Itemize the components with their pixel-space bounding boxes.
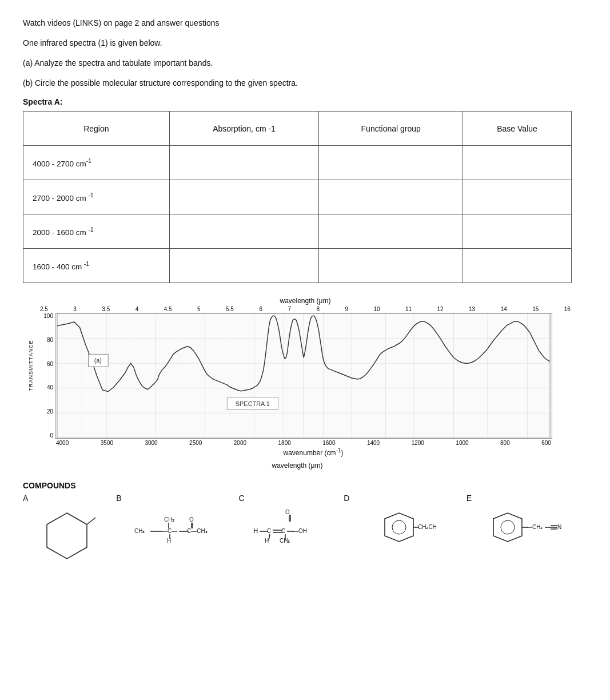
spectra-a-label: (a): [94, 357, 102, 364]
svg-line-25: [87, 518, 95, 524]
compound-d-structure: CH₂CH₂OH: [362, 507, 436, 564]
instruction-line3: (a) Analyze the spectra and tabulate imp…: [23, 57, 587, 69]
spectra-table: Region Absorption, cm -1 Functional grou…: [23, 111, 572, 283]
compounds-section: COMPOUNDS A OH B CH₃ —C—: [23, 481, 587, 570]
compound-c-structure: O H C C —OH H CH₃: [251, 507, 320, 564]
ir-spectrum-chart: (a) SPECTRA 1: [55, 313, 552, 439]
compounds-title: COMPOUNDS: [23, 481, 587, 490]
region-3: 2000 - 1600 cm -1: [23, 214, 170, 249]
functional-group-2: [319, 180, 463, 214]
compound-e: E —CH₂ N: [461, 494, 583, 564]
spectra-1-label: SPECTRA 1: [236, 400, 270, 407]
svg-point-59: [501, 520, 515, 534]
absorption-3: [169, 214, 319, 249]
functional-group-3: [319, 214, 463, 249]
chart-wavelength-top-label: wavelength (μm): [39, 297, 572, 305]
svg-text:—CH₂: —CH₂: [527, 524, 543, 530]
compound-e-structure: —CH₂ N: [482, 507, 562, 564]
functional-group-1: [319, 146, 463, 180]
absorption-2: [169, 180, 319, 214]
header-base-value: Base Value: [463, 112, 572, 146]
instruction-line1: Watch videos (LINKS) on page 2 and answe…: [23, 17, 587, 29]
svg-marker-54: [385, 513, 413, 542]
table-row: 4000 - 2700 cm-1: [23, 146, 572, 180]
compound-a-letter: A: [23, 494, 28, 503]
absorption-1: [169, 146, 319, 180]
table-row: 1600 - 400 cm -1: [23, 249, 572, 283]
chart-container: TRANSMITTANCE wavelength (μm) 2.5 3 3.5 …: [23, 297, 572, 470]
svg-text:CH₂CH₂OH: CH₂CH₂OH: [418, 524, 436, 530]
region-2: 2700 - 2000 cm -1: [23, 180, 170, 214]
instruction-line4: (b) Circle the possible molecular struct…: [23, 77, 587, 89]
y-axis-label: TRANSMITTANCE: [28, 340, 34, 391]
svg-text:O: O: [189, 516, 194, 523]
region-1: 4000 - 2700 cm-1: [23, 146, 170, 180]
svg-text:O: O: [285, 509, 290, 515]
base-value-2: [463, 180, 572, 214]
svg-line-51: [269, 534, 270, 540]
svg-text:N: N: [557, 524, 561, 530]
table-row: 2000 - 1600 cm -1: [23, 214, 572, 249]
chart-x-axis-label: wavenumber (cm-1): [55, 447, 572, 457]
spectra-label: Spectra A:: [23, 97, 587, 106]
instruction-line2: One infrared spectra (1) is given below.: [23, 37, 587, 49]
compound-c-letter: C: [239, 494, 245, 503]
svg-text:CH₃: CH₃: [280, 538, 290, 544]
header-absorption: Absorption, cm -1: [169, 112, 319, 146]
compound-d-letter: D: [344, 494, 349, 503]
base-value-4: [463, 249, 572, 283]
chart-wavelength-bottom-label: wavelength (μm): [23, 462, 572, 470]
compound-d: D CH₂CH₂OH: [338, 494, 460, 564]
compound-b-structure: CH₃ —C— CH₃ H C—CH₃ O: [134, 507, 209, 570]
compound-b: B CH₃ —C— CH₃ H C—CH₃ O: [110, 494, 233, 570]
svg-text:CH₃: CH₃: [164, 516, 174, 523]
svg-text:H: H: [265, 538, 269, 544]
svg-text:—C—: —C—: [162, 528, 177, 534]
compound-b-letter: B: [116, 494, 121, 503]
y-axis-numbers: 0 20 40 60 80 100: [39, 313, 55, 439]
absorption-4: [169, 249, 319, 283]
svg-text:H: H: [254, 528, 258, 534]
instructions: Watch videos (LINKS) on page 2 and answe…: [23, 17, 587, 89]
header-functional-group: Functional group: [319, 112, 463, 146]
compound-e-letter: E: [467, 494, 472, 503]
svg-marker-24: [47, 513, 87, 559]
svg-text:—OH: —OH: [293, 528, 307, 534]
svg-marker-58: [493, 513, 522, 542]
region-4: 1600 - 400 cm -1: [23, 249, 170, 283]
svg-text:H: H: [167, 538, 171, 544]
base-value-1: [463, 146, 572, 180]
svg-text:CH₃: CH₃: [134, 528, 145, 534]
compound-c: C O H C C —OH H: [233, 494, 338, 564]
svg-text:C—CH₃: C—CH₃: [187, 528, 208, 534]
compound-a-structure: OH: [38, 507, 95, 564]
chart-x-bottom: 4000 3500 3000 2500 2000 1800 1600 1400 …: [55, 440, 552, 446]
svg-point-55: [392, 520, 406, 534]
base-value-3: [463, 214, 572, 249]
chart-x-top: 2.5 3 3.5 4 4.5 5 5.5 6 7 8 9 10 11 12 1…: [39, 306, 572, 312]
header-region: Region: [23, 112, 170, 146]
svg-text:C: C: [267, 528, 271, 534]
functional-group-4: [319, 249, 463, 283]
compound-a: A OH: [23, 494, 110, 564]
table-row: 2700 - 2000 cm -1: [23, 180, 572, 214]
svg-text:C: C: [281, 528, 285, 534]
